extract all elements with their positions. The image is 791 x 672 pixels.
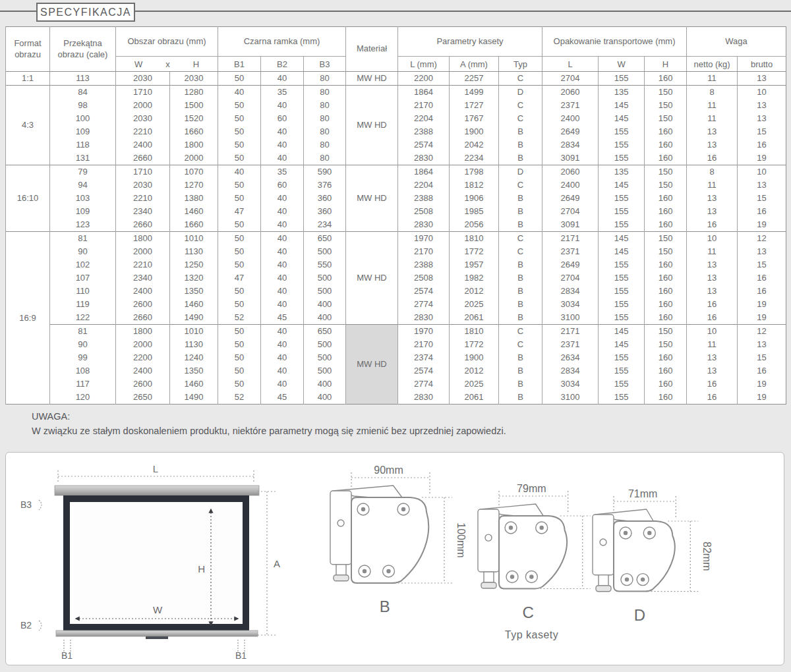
col-header-pack-l: L	[542, 57, 599, 72]
col-header-b2: B2	[261, 57, 304, 72]
table-cell: 80	[304, 86, 346, 99]
col-header-black-border: Czarna ramka (mm)	[218, 27, 346, 57]
table-cell: 155	[599, 258, 645, 271]
table-cell: 1900	[450, 351, 499, 364]
table-cell: 1800	[116, 232, 170, 246]
table-cell: 13	[687, 285, 738, 298]
col-header-w: W	[134, 59, 142, 69]
table-cell: 3100	[542, 391, 599, 405]
table-cell: 40	[261, 364, 304, 378]
table-cell: 13	[687, 205, 738, 218]
material-cell: MW HD	[346, 232, 398, 325]
table-cell: 40	[218, 165, 261, 179]
table-cell: 1490	[170, 391, 218, 405]
table-cell: 1864	[398, 165, 450, 179]
table-cell: 1130	[170, 245, 218, 258]
col-header-netto: netto (kg)	[687, 57, 738, 72]
table-cell: 45	[261, 391, 304, 405]
table-cell: 1864	[398, 86, 450, 99]
table-cell: 13	[738, 99, 786, 112]
table-cell: 16	[687, 218, 738, 232]
table-cell: 1900	[450, 125, 499, 138]
table-cell: 40	[261, 258, 304, 271]
table-cell: B	[499, 152, 542, 165]
table-cell: 16	[738, 364, 786, 378]
table-cell: 16	[687, 298, 738, 311]
table-cell: 2660	[116, 218, 170, 232]
dim-label-l: L	[153, 463, 158, 474]
table-cell: 2834	[542, 285, 599, 298]
table-cell: 81	[50, 232, 116, 246]
table-cell: 145	[599, 245, 645, 258]
table-cell: 1798	[450, 165, 499, 179]
table-cell: 1350	[170, 364, 218, 378]
table-cell: 2210	[116, 125, 170, 138]
table-cell: B	[499, 192, 542, 205]
table-cell: 1710	[116, 165, 170, 179]
table-cell: 1982	[450, 271, 499, 285]
table-cell: 2834	[542, 138, 599, 152]
table-cell: 16	[687, 152, 738, 165]
table-cell: 2204	[398, 112, 450, 125]
table-cell: 10	[738, 165, 786, 179]
col-header-brutto: brutto	[738, 57, 786, 72]
table-cell: 2000	[170, 152, 218, 165]
table-cell: 1772	[450, 338, 499, 351]
table-cell: 1810	[450, 325, 499, 339]
table-cell: 107	[50, 271, 116, 285]
col-header-material: Materiał	[346, 27, 398, 72]
col-header-x: x	[165, 59, 170, 69]
col-header-b1: B1	[218, 57, 261, 72]
cassette-type-label: C	[523, 603, 534, 621]
table-cell: 113	[50, 72, 116, 86]
table-cell: 1660	[170, 125, 218, 138]
table-cell: 40	[261, 205, 304, 218]
table-cell: 155	[599, 152, 645, 165]
table-cell: 1970	[398, 325, 450, 339]
table-cell: 2574	[398, 285, 450, 298]
table-cell: 150	[645, 86, 687, 99]
table-cell: 160	[645, 125, 687, 138]
table-cell: 98	[50, 99, 116, 112]
table-cell: 120	[50, 391, 116, 405]
table-cell: 50	[218, 232, 261, 246]
col-header-h: H	[193, 59, 199, 69]
table-cell: C	[499, 232, 542, 246]
table-cell: 13	[687, 364, 738, 378]
table-cell: C	[499, 72, 542, 86]
screen-diagram: L H W A B3 B2	[15, 462, 305, 662]
table-cell: 13	[738, 179, 786, 192]
table-cell: 2025	[450, 378, 499, 391]
table-cell: 11	[687, 245, 738, 258]
table-cell: 2030	[116, 112, 170, 125]
table-cell: 155	[599, 192, 645, 205]
table-cell: 3091	[542, 152, 599, 165]
col-header-l-mm: L (mm)	[398, 57, 450, 72]
table-cell: 160	[645, 152, 687, 165]
table-cell: 117	[50, 378, 116, 391]
table-cell: 2400	[542, 112, 599, 125]
table-cell: 1710	[116, 86, 170, 99]
material-cell: MW HD	[346, 86, 398, 165]
table-cell: 400	[304, 378, 346, 391]
table-cell: 19	[738, 152, 786, 165]
table-cell: 160	[645, 72, 687, 86]
table-cell: 40	[261, 125, 304, 138]
table-cell: 50	[218, 138, 261, 152]
table-cell: B	[499, 125, 542, 138]
table-cell: 135	[599, 165, 645, 179]
table-cell: 40	[261, 298, 304, 311]
table-cell: 2042	[450, 138, 499, 152]
table-cell: 16	[687, 311, 738, 325]
table-cell: 150	[645, 245, 687, 258]
table-cell: 1010	[170, 325, 218, 339]
table-cell: 2204	[398, 179, 450, 192]
table-cell: 108	[50, 364, 116, 378]
table-cell: 500	[304, 285, 346, 298]
table-cell: 500	[304, 351, 346, 364]
screen-top-bar	[55, 486, 259, 495]
table-cell: 2508	[398, 271, 450, 285]
table-cell: 2000	[116, 245, 170, 258]
format-cell: 4:3	[6, 86, 50, 165]
table-cell: 2600	[116, 378, 170, 391]
